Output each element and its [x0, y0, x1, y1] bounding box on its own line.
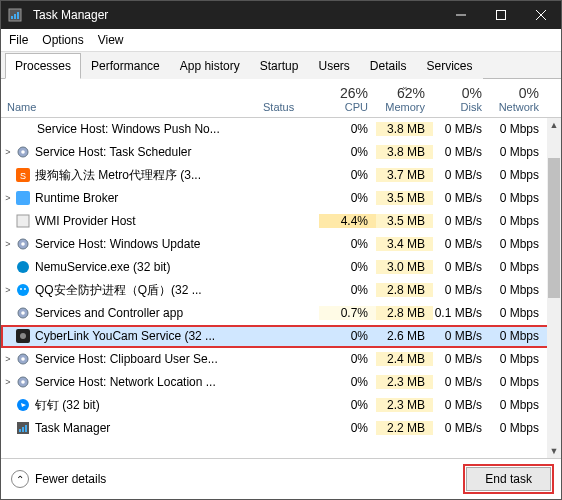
process-name: Service Host: Windows Push No...: [37, 122, 259, 136]
svg-point-23: [21, 311, 25, 315]
process-name: NemuService.exe (32 bit): [35, 260, 259, 274]
scrollbar-thumb[interactable]: [548, 158, 560, 298]
tab-startup[interactable]: Startup: [250, 53, 309, 79]
close-button[interactable]: [521, 1, 561, 29]
menu-options[interactable]: Options: [42, 33, 83, 47]
disk-value: 0 MB/s: [433, 168, 490, 182]
table-row[interactable]: NemuService.exe (32 bit)0%3.0 MB0 MB/s0 …: [1, 256, 561, 279]
sort-indicator-icon: ⌄: [401, 81, 409, 91]
svg-rect-15: [17, 215, 29, 227]
network-value: 0 Mbps: [490, 421, 547, 435]
table-row[interactable]: Task Manager0%2.2 MB0 MB/s0 Mbps: [1, 417, 561, 440]
header-disk[interactable]: 0% Disk: [433, 79, 490, 117]
network-value: 0 Mbps: [490, 168, 547, 182]
svg-point-20: [20, 288, 22, 290]
expand-icon[interactable]: >: [1, 377, 15, 387]
tab-processes[interactable]: Processes: [5, 53, 81, 79]
svg-rect-14: [16, 191, 30, 205]
table-row[interactable]: >QQ安全防护进程（Q盾）(32 ...0%2.8 MB0 MB/s0 Mbps: [1, 279, 561, 302]
svg-rect-1: [11, 16, 13, 19]
tab-details[interactable]: Details: [360, 53, 417, 79]
app-icon: [1, 8, 29, 22]
network-value: 0 Mbps: [490, 306, 547, 320]
scrollbar[interactable]: ▲ ▼: [547, 118, 561, 458]
header-network[interactable]: 0% Network: [490, 79, 547, 117]
end-task-button[interactable]: End task: [466, 467, 551, 491]
fewer-details-button[interactable]: ⌃ Fewer details: [11, 470, 106, 488]
maximize-button[interactable]: [481, 1, 521, 29]
titlebar: Task Manager: [1, 1, 561, 29]
disk-value: 0 MB/s: [433, 329, 490, 343]
scroll-up-icon[interactable]: ▲: [547, 118, 561, 132]
network-value: 0 Mbps: [490, 237, 547, 251]
memory-value: 2.4 MB: [376, 352, 433, 366]
disk-value: 0 MB/s: [433, 260, 490, 274]
tab-performance[interactable]: Performance: [81, 53, 170, 79]
chevron-up-icon: ⌃: [11, 470, 29, 488]
tab-app-history[interactable]: App history: [170, 53, 250, 79]
cpu-value: 4.4%: [319, 214, 376, 228]
expand-icon[interactable]: >: [1, 147, 15, 157]
table-row[interactable]: >Service Host: Clipboard User Se...0%2.4…: [1, 348, 561, 371]
memory-value: 2.8 MB: [376, 283, 433, 297]
memory-value: 2.2 MB: [376, 421, 433, 435]
task-manager-window: Task Manager File Options View Processes…: [0, 0, 562, 500]
disk-value: 0.1 MB/s: [433, 306, 490, 320]
process-icon: [15, 282, 31, 298]
header-cpu[interactable]: 26% CPU: [319, 79, 376, 117]
table-row[interactable]: >Runtime Broker0%3.5 MB0 MB/s0 Mbps: [1, 187, 561, 210]
table-row[interactable]: >Service Host: Windows Update0%3.4 MB0 M…: [1, 233, 561, 256]
svg-rect-32: [19, 429, 21, 432]
disk-value: 0 MB/s: [433, 352, 490, 366]
table-row[interactable]: CyberLink YouCam Service (32 ...0%2.6 MB…: [1, 325, 561, 348]
memory-value: 3.8 MB: [376, 145, 433, 159]
memory-value: 2.3 MB: [376, 375, 433, 389]
disk-value: 0 MB/s: [433, 145, 490, 159]
network-value: 0 Mbps: [490, 329, 547, 343]
cpu-value: 0.7%: [319, 306, 376, 320]
tab-users[interactable]: Users: [308, 53, 359, 79]
memory-value: 3.0 MB: [376, 260, 433, 274]
table-row[interactable]: >Service Host: Task Scheduler0%3.8 MB0 M…: [1, 141, 561, 164]
network-value: 0 Mbps: [490, 214, 547, 228]
menu-file[interactable]: File: [9, 33, 28, 47]
network-value: 0 Mbps: [490, 145, 547, 159]
footer: ⌃ Fewer details End task: [1, 458, 561, 499]
network-value: 0 Mbps: [490, 122, 547, 136]
minimize-button[interactable]: [441, 1, 481, 29]
memory-value: 3.5 MB: [376, 191, 433, 205]
menu-view[interactable]: View: [98, 33, 124, 47]
scroll-down-icon[interactable]: ▼: [547, 444, 561, 458]
process-grid[interactable]: Service Host: Windows Push No...0%3.8 MB…: [1, 118, 561, 458]
table-row[interactable]: >Service Host: Network Location ...0%2.3…: [1, 371, 561, 394]
expand-icon[interactable]: >: [1, 285, 15, 295]
table-row[interactable]: Service Host: Windows Push No...0%3.8 MB…: [1, 118, 561, 141]
table-row[interactable]: WMI Provider Host4.4%3.5 MB0 MB/s0 Mbps: [1, 210, 561, 233]
expand-icon[interactable]: >: [1, 354, 15, 364]
svg-rect-33: [22, 427, 24, 432]
header-memory[interactable]: ⌄ 62% Memory: [376, 79, 433, 117]
cpu-value: 0%: [319, 191, 376, 205]
table-row[interactable]: S搜狗输入法 Metro代理程序 (3...0%3.7 MB0 MB/s0 Mb…: [1, 164, 561, 187]
menubar: File Options View: [1, 29, 561, 52]
process-name: 搜狗输入法 Metro代理程序 (3...: [35, 167, 259, 184]
tab-services[interactable]: Services: [417, 53, 483, 79]
table-row[interactable]: Services and Controller app0.7%2.8 MB0.1…: [1, 302, 561, 325]
svg-point-27: [21, 357, 25, 361]
table-row[interactable]: 钉钉 (32 bit)0%2.3 MB0 MB/s0 Mbps: [1, 394, 561, 417]
disk-value: 0 MB/s: [433, 283, 490, 297]
svg-point-21: [24, 288, 26, 290]
svg-point-18: [17, 261, 29, 273]
network-value: 0 Mbps: [490, 260, 547, 274]
cpu-value: 0%: [319, 237, 376, 251]
cpu-value: 0%: [319, 283, 376, 297]
svg-point-11: [21, 150, 25, 154]
header-status[interactable]: Status: [259, 79, 319, 117]
expand-icon[interactable]: >: [1, 239, 15, 249]
header-name[interactable]: Name: [1, 79, 259, 117]
process-icon: [15, 121, 33, 137]
process-icon: [15, 144, 31, 160]
memory-value: 3.4 MB: [376, 237, 433, 251]
expand-icon[interactable]: >: [1, 193, 15, 203]
process-name: CyberLink YouCam Service (32 ...: [35, 329, 259, 343]
